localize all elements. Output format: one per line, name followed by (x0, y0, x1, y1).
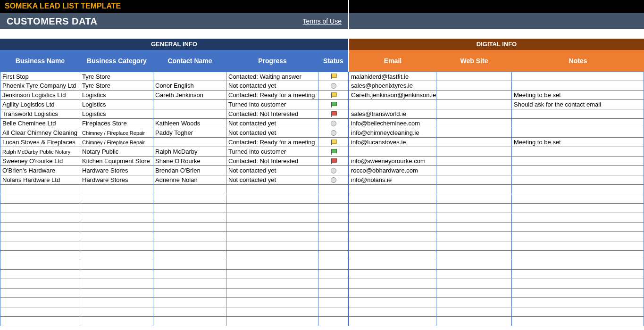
cell-website[interactable] (436, 185, 512, 194)
cell-email[interactable] (349, 260, 436, 270)
cell-contact-name[interactable] (153, 298, 226, 307)
cell-contact-name[interactable] (153, 204, 226, 213)
cell-email[interactable]: rocco@obhardware.com (349, 166, 436, 175)
cell-website[interactable] (436, 270, 512, 279)
table-row[interactable]: Belle Cheminee LtdFireplaces StoreKathle… (0, 119, 644, 128)
cell-website[interactable] (436, 307, 512, 317)
cell-business-name[interactable]: Nolans Hardware Ltd (0, 175, 80, 185)
cell-business-name[interactable] (0, 185, 80, 194)
cell-progress[interactable] (226, 279, 318, 289)
cell-progress[interactable] (226, 204, 318, 213)
cell-status[interactable] (318, 166, 349, 175)
cell-progress[interactable]: Contacted: Ready for a meeting (226, 138, 318, 147)
cell-progress[interactable] (226, 232, 318, 241)
cell-email[interactable] (349, 194, 436, 204)
cell-website[interactable] (436, 157, 512, 166)
cell-business-category[interactable] (80, 289, 153, 298)
cell-website[interactable] (436, 204, 512, 213)
cell-business-name[interactable]: Transworld Logistics (0, 109, 80, 119)
cell-business-name[interactable] (0, 317, 80, 326)
cell-contact-name[interactable] (153, 232, 226, 241)
cell-progress[interactable]: Contacted: Not Interested (226, 157, 318, 166)
table-row[interactable] (0, 251, 644, 260)
cell-status[interactable] (318, 213, 349, 223)
cell-business-name[interactable] (0, 307, 80, 317)
cell-notes[interactable] (512, 147, 644, 157)
cell-business-category[interactable]: Hardware Stores (80, 175, 153, 185)
cell-progress[interactable]: Contacted: Not Interested (226, 109, 318, 119)
cell-contact-name[interactable]: Adrienne Nolan (153, 175, 226, 185)
table-row[interactable]: Ralph McDarby Public NotaryNotary Public… (0, 147, 644, 157)
table-row[interactable] (0, 223, 644, 232)
cell-website[interactable] (436, 100, 512, 109)
cell-email[interactable]: malahiderd@fastfit.ie (349, 72, 436, 81)
cell-progress[interactable] (226, 223, 318, 232)
cell-status[interactable] (318, 270, 349, 279)
table-row[interactable]: All Clear Chimney CleaningChimney / Fire… (0, 128, 644, 138)
cell-status[interactable] (318, 147, 349, 157)
cell-business-name[interactable]: Lucan Stoves & Fireplaces (0, 138, 80, 147)
cell-email[interactable] (349, 100, 436, 109)
cell-business-category[interactable] (80, 251, 153, 260)
cell-email[interactable] (349, 298, 436, 307)
cell-notes[interactable] (512, 213, 644, 223)
cell-business-name[interactable]: Phoenix Tyre Company Ltd (0, 81, 80, 91)
cell-status[interactable] (318, 72, 349, 81)
cell-contact-name[interactable] (153, 241, 226, 251)
cell-email[interactable]: sales@phoenixtyres.ie (349, 81, 436, 91)
cell-business-category[interactable] (80, 204, 153, 213)
cell-contact-name[interactable] (153, 279, 226, 289)
cell-business-name[interactable] (0, 204, 80, 213)
cell-business-name[interactable] (0, 223, 80, 232)
cell-website[interactable] (436, 289, 512, 298)
table-row[interactable]: Lucan Stoves & FireplacesChimney / Firep… (0, 138, 644, 147)
cell-progress[interactable]: Not contacted yet (226, 81, 318, 91)
cell-business-category[interactable]: Chimney / Fireplace Repair (80, 138, 153, 147)
cell-email[interactable] (349, 251, 436, 260)
cell-website[interactable] (436, 119, 512, 128)
cell-notes[interactable] (512, 175, 644, 185)
cell-business-category[interactable]: Tyre Store (80, 72, 153, 81)
cell-status[interactable] (318, 204, 349, 213)
cell-contact-name[interactable]: Paddy Togher (153, 128, 226, 138)
cell-email[interactable]: info@sweeneyorourke.com (349, 157, 436, 166)
cell-email[interactable] (349, 317, 436, 326)
cell-notes[interactable] (512, 270, 644, 279)
cell-progress[interactable]: Not contacted yet (226, 175, 318, 185)
cell-status[interactable] (318, 317, 349, 326)
cell-status[interactable] (318, 298, 349, 307)
table-row[interactable] (0, 270, 644, 279)
cell-business-name[interactable] (0, 270, 80, 279)
cell-status[interactable] (318, 138, 349, 147)
cell-contact-name[interactable]: Gareth Jenkinson (153, 91, 226, 100)
cell-website[interactable] (436, 147, 512, 157)
table-row[interactable] (0, 213, 644, 223)
cell-business-name[interactable] (0, 289, 80, 298)
cell-business-category[interactable]: Notary Public (80, 147, 153, 157)
cell-email[interactable] (349, 279, 436, 289)
cell-website[interactable] (436, 279, 512, 289)
cell-notes[interactable] (512, 232, 644, 241)
cell-progress[interactable] (226, 241, 318, 251)
cell-business-category[interactable] (80, 260, 153, 270)
cell-contact-name[interactable] (153, 100, 226, 109)
cell-business-category[interactable]: Hardware Stores (80, 166, 153, 175)
table-row[interactable] (0, 204, 644, 213)
cell-progress[interactable] (226, 185, 318, 194)
cell-website[interactable] (436, 166, 512, 175)
cell-business-name[interactable] (0, 213, 80, 223)
col-business-name[interactable]: Business Name (0, 50, 80, 72)
cell-progress[interactable] (226, 307, 318, 317)
cell-website[interactable] (436, 317, 512, 326)
cell-status[interactable] (318, 307, 349, 317)
cell-website[interactable] (436, 72, 512, 81)
col-notes[interactable]: Notes (512, 50, 644, 72)
table-row[interactable] (0, 298, 644, 307)
cell-email[interactable] (349, 204, 436, 213)
cell-website[interactable] (436, 298, 512, 307)
cell-notes[interactable] (512, 157, 644, 166)
table-row[interactable]: Transworld LogisticsLogisticsContacted: … (0, 109, 644, 119)
cell-notes[interactable] (512, 194, 644, 204)
cell-website[interactable] (436, 109, 512, 119)
cell-notes[interactable] (512, 204, 644, 213)
